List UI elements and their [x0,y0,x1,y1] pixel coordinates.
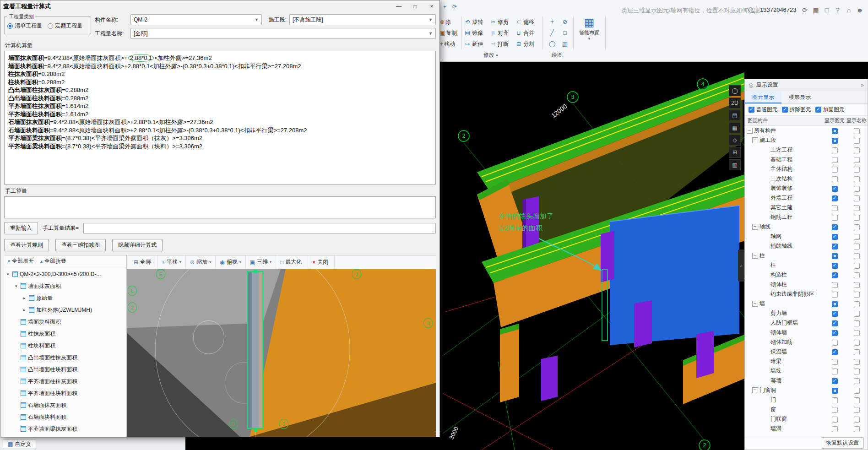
show-name-checkbox[interactable] [854,369,860,374]
quantity-name-select[interactable]: [全部]▼ [130,28,436,39]
preview-tool-button[interactable]: ◉ 俯视 ▾ [216,255,246,269]
tree-item[interactable]: 凸出墙面柱抹灰面积 [4,352,126,363]
show-name-checkbox[interactable] [854,426,860,432]
computer-calc-box[interactable]: 墙面抹灰面积=9.4*2.88<原始墙面抹灰面积>+2.88*0.1<加柱外露>… [4,51,436,184]
show-element-checkbox[interactable] [832,224,838,230]
expand-toggle-icon[interactable] [763,243,769,249]
selected-wall[interactable] [248,270,263,432]
expand-toggle-icon[interactable] [763,262,769,268]
show-element-checkbox[interactable] [832,378,838,384]
show-element-checkbox[interactable] [832,320,838,326]
expand-toggle-icon[interactable] [763,176,769,182]
tree-item[interactable]: 石墙面抹灰面积 [4,399,126,411]
show-name-checkbox[interactable] [854,167,860,173]
expand-toggle-icon[interactable] [752,387,758,393]
preview-tool-button[interactable]: ⊙ 缩放 ▾ [186,255,216,269]
tree-arrow-icon[interactable]: ▸ [23,296,29,300]
expand-toggle-icon[interactable] [763,310,769,316]
user-icon[interactable]: ☻ [855,5,864,15]
show-name-checkbox[interactable] [854,397,860,403]
show-element-checkbox[interactable] [832,340,838,346]
toolbar-button[interactable]: ⊣ 打断 [489,38,515,49]
expand-toggle-icon[interactable] [763,282,769,287]
show-element-checkbox[interactable] [832,128,838,134]
layer-row[interactable]: 墙 [745,299,868,309]
help-icon[interactable]: ? [833,5,842,15]
tab-element-display[interactable]: 图元显示 [745,91,781,103]
checkbox[interactable] [749,107,754,113]
minimize-icon[interactable]: — [394,3,404,10]
main-3d-viewport[interactable]: 4 3 2 2 12000 3000 在墙的端头增加了 1/2墙厚的面积 [443,64,744,450]
layer-row[interactable]: 土方工程 [745,145,868,155]
show-element-checkbox[interactable] [832,388,838,394]
tree-arrow-icon[interactable]: ▸ [23,308,29,312]
show-element-checkbox[interactable] [832,186,838,192]
expand-toggle-icon[interactable] [763,291,769,297]
show-element-checkbox[interactable] [832,426,838,432]
tree-item[interactable]: 平齐墙面柱块料面积 [4,387,126,399]
view-tool-icon[interactable]: ▥ [729,159,741,170]
layer-row[interactable]: 幕墙 [745,376,868,385]
reenter-button[interactable]: 重新输入 [4,222,38,234]
show-element-checkbox[interactable] [832,195,838,201]
expand-toggle-icon[interactable] [763,397,769,403]
show-name-checkbox[interactable] [854,340,860,346]
layer-row[interactable]: 柱 [745,260,868,270]
expand-toggle-icon[interactable] [763,330,769,336]
layer-row[interactable]: 砌体加筋 [745,337,868,347]
maximize-icon[interactable]: □ [410,3,420,10]
toolbar-button[interactable]: ⊟ 分割 [515,38,540,49]
show-name-checkbox[interactable] [854,195,860,201]
show-element-checkbox[interactable] [832,138,838,144]
component-name-select[interactable]: QM-2▼ [130,14,262,25]
layer-row[interactable]: 约束边缘非阴影区 [745,289,868,299]
show-element-checkbox[interactable] [832,311,838,317]
layer-row[interactable]: 主体结构 [745,164,868,174]
view-tool-icon[interactable]: ▦ [729,122,741,133]
dialog-action-button[interactable]: 查看计算规则 [4,239,49,251]
show-element-checkbox[interactable] [832,301,838,307]
view-tool-icon[interactable]: ▤ [729,110,741,121]
layer-row[interactable]: 柱 [745,251,868,260]
layer-row[interactable]: 砌体柱 [745,280,868,289]
layer-row[interactable]: 保温墙 [745,347,868,357]
layer-row[interactable]: 砌体墙 [745,328,868,337]
tree-item[interactable]: 平齐墙面梁抹灰面积 [4,423,126,435]
show-name-checkbox[interactable] [854,176,860,182]
show-element-checkbox[interactable] [832,282,838,288]
layer-row[interactable]: 暗梁 [745,357,868,366]
window-icon[interactable]: □ [822,5,831,15]
expand-toggle-icon[interactable] [763,416,769,422]
show-name-checkbox[interactable] [854,349,860,355]
filter-checkbox-item[interactable]: 拆除图元 [782,106,811,113]
show-name-checkbox[interactable] [854,282,860,288]
preview-3d-canvas[interactable]: E E 2 3 D 3 [127,269,436,437]
show-element-checkbox[interactable] [832,349,838,355]
radio-list-quantity[interactable]: 清单工程量 [7,22,42,30]
show-element-checkbox[interactable] [832,157,838,163]
checkbox[interactable] [815,107,821,113]
view-tool-icon[interactable]: ⊞ [729,147,741,158]
show-element-checkbox[interactable] [832,359,838,365]
show-name-checkbox[interactable] [854,224,860,230]
preview-tool-button[interactable]: □ 最大化 [276,255,308,269]
show-element-checkbox[interactable] [832,330,838,336]
draw-tool-icon[interactable]: ╱ [546,27,559,38]
show-element-checkbox[interactable] [832,176,838,182]
toolbar-button[interactable]: ≡ 对齐 [489,27,515,38]
draw-tool-icon[interactable]: ▥ [559,38,571,49]
show-element-checkbox[interactable] [832,417,838,423]
layer-row[interactable]: 装饰装修 [745,184,868,193]
dialog-action-button[interactable]: 查看三维扣减图 [55,239,106,251]
show-element-checkbox[interactable] [832,263,838,269]
toolbar-button[interactable]: ▣复制 [440,27,461,38]
expand-toggle-icon[interactable] [763,166,769,172]
search-icon[interactable] [748,7,753,12]
preview-tool-button[interactable]: + 平移 ▾ [157,255,186,269]
manual-calc-input[interactable] [4,196,436,218]
expand-all-button[interactable]: ▾ 全部展开 [8,257,34,265]
show-element-checkbox[interactable] [832,167,838,173]
expand-toggle-icon[interactable] [763,233,769,239]
show-name-checkbox[interactable] [854,147,860,153]
show-name-checkbox[interactable] [854,128,860,134]
